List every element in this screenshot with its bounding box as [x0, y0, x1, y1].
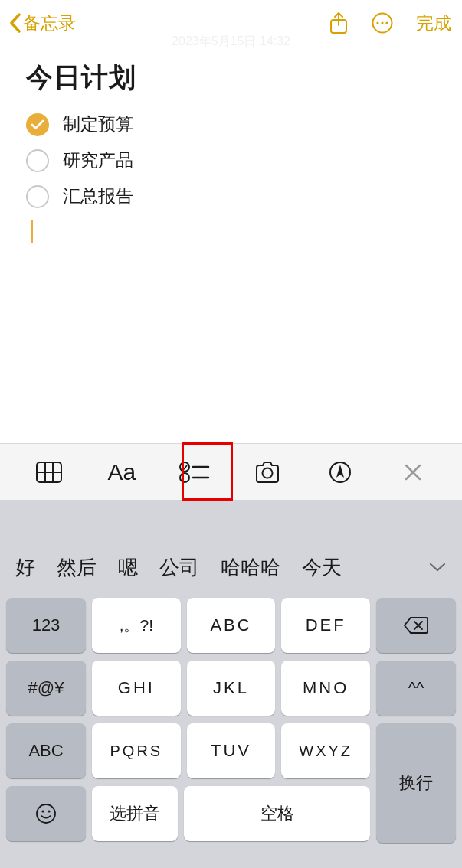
suggestion-bar: 好然后嗯公司哈哈哈今天 [0, 500, 462, 598]
svg-point-4 [385, 21, 388, 24]
camera-button[interactable] [244, 453, 290, 491]
key-enter[interactable]: 换行 [376, 723, 456, 843]
key-symbols[interactable]: #@¥ [6, 661, 86, 716]
back-label: 备忘录 [23, 11, 76, 35]
key-wxyz[interactable]: WXYZ [281, 723, 370, 778]
navbar: 备忘录 2023年5月15日 14:32 完成 [0, 0, 462, 46]
checklist-item[interactable]: 汇总报告 [26, 184, 439, 208]
checkbox-unchecked-icon[interactable] [26, 149, 49, 172]
key-abc[interactable]: ABC [6, 723, 86, 778]
key-123[interactable]: 123 [6, 598, 86, 653]
suggestion-items: 好然后嗯公司哈哈哈今天 [15, 554, 342, 581]
format-toolbar: Aa [0, 443, 462, 500]
key-def[interactable]: DEF [281, 598, 370, 653]
text-style-button[interactable]: Aa [99, 453, 145, 491]
key-backspace[interactable] [376, 598, 456, 653]
note-title[interactable]: 今日计划 [26, 60, 439, 96]
key-pinyin[interactable]: 选拼音 [92, 786, 178, 841]
checklist-item-label: 研究产品 [63, 148, 133, 172]
keyboard-body: 123 #@¥ ABC ,。?! ABC DEF GHI JKL [0, 598, 462, 849]
done-button[interactable]: 完成 [416, 11, 451, 35]
checklist-button[interactable] [172, 453, 218, 491]
suggestion-item[interactable]: 好 [15, 554, 35, 581]
key-ghi[interactable]: GHI [92, 661, 181, 716]
note-timestamp: 2023年5月15日 14:32 [172, 34, 290, 50]
suggestion-item[interactable]: 今天 [302, 554, 342, 581]
close-toolbar-button[interactable] [390, 453, 436, 491]
markup-button[interactable] [317, 453, 363, 491]
key-caret[interactable]: ^^ [376, 661, 456, 716]
checklist-item-label: 汇总报告 [63, 184, 133, 208]
key-abc2[interactable]: ABC [187, 598, 276, 653]
suggestion-item[interactable]: 嗯 [118, 554, 138, 581]
checkbox-checked-icon[interactable] [26, 113, 49, 136]
checklist: 制定预算研究产品汇总报告 [26, 113, 439, 208]
key-punct[interactable]: ,。?! [92, 598, 181, 653]
expand-suggestions-button[interactable] [425, 555, 450, 579]
checklist-item[interactable]: 研究产品 [26, 148, 439, 172]
svg-point-15 [37, 804, 55, 823]
back-button[interactable]: 备忘录 [9, 11, 76, 35]
key-tuv[interactable]: TUV [187, 723, 276, 778]
table-button[interactable] [26, 453, 72, 491]
key-emoji[interactable] [6, 786, 86, 841]
svg-point-9 [180, 462, 189, 472]
keyboard: 好然后嗯公司哈哈哈今天 123 #@¥ ABC ,。?! [0, 500, 462, 868]
checkbox-unchecked-icon[interactable] [26, 185, 49, 208]
key-space[interactable]: 空格 [184, 786, 370, 841]
checklist-item-label: 制定预算 [63, 113, 133, 136]
suggestion-item[interactable]: 然后 [57, 554, 97, 581]
note-content[interactable]: 今日计划 制定预算研究产品汇总报告 [0, 46, 462, 243]
share-icon[interactable] [329, 11, 349, 34]
svg-point-11 [180, 473, 189, 482]
svg-point-17 [48, 810, 50, 812]
key-jkl[interactable]: JKL [187, 661, 276, 716]
suggestion-item[interactable]: 哈哈哈 [221, 554, 280, 581]
svg-point-2 [376, 21, 378, 24]
nav-right: 完成 [329, 11, 451, 35]
svg-point-13 [263, 468, 273, 478]
text-cursor [31, 220, 33, 243]
key-mno[interactable]: MNO [281, 661, 370, 716]
key-pqrs[interactable]: PQRS [92, 723, 181, 778]
checklist-item[interactable]: 制定预算 [26, 113, 439, 136]
more-icon[interactable] [372, 12, 393, 34]
svg-point-16 [41, 810, 44, 812]
svg-point-3 [381, 21, 383, 24]
suggestion-item[interactable]: 公司 [159, 554, 199, 581]
chevron-left-icon [9, 13, 21, 33]
